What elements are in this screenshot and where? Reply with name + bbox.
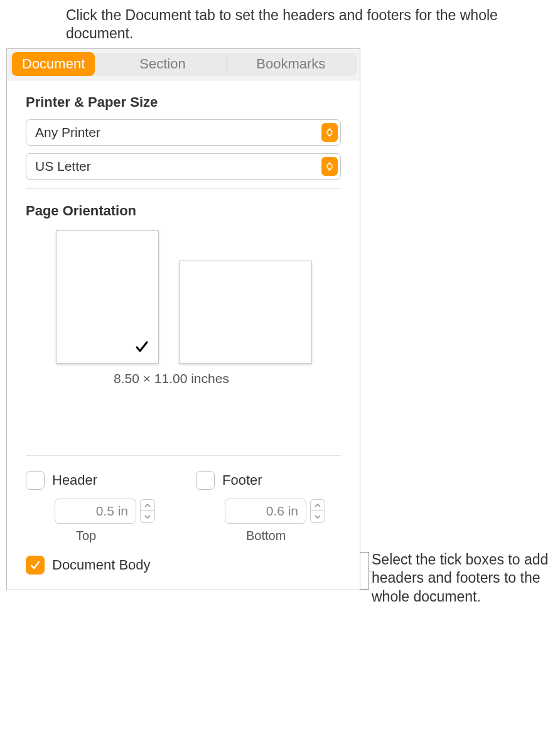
tab-bar: Document Section Bookmarks xyxy=(7,49,360,80)
stepper-down-icon[interactable] xyxy=(140,510,155,523)
updown-arrows-icon xyxy=(321,123,338,142)
header-checkbox[interactable] xyxy=(26,471,45,490)
paper-popup-label: US Letter xyxy=(35,159,91,174)
tab-bookmarks[interactable]: Bookmarks xyxy=(227,52,355,76)
printer-popup-label: Any Printer xyxy=(35,125,100,140)
document-body-checkbox[interactable] xyxy=(26,556,45,575)
stepper-up-icon[interactable] xyxy=(310,499,325,511)
footer-stepper[interactable] xyxy=(310,499,325,523)
footer-checkbox[interactable] xyxy=(196,471,215,490)
checkmark-icon xyxy=(134,339,149,357)
orientation-landscape[interactable] xyxy=(179,261,312,364)
callout-right: Select the tick boxes to add headers and… xyxy=(372,551,554,606)
page-dimensions: 8.50 × 11.00 inches xyxy=(114,371,341,386)
orientation-section: Page Orientation 8.50 × 11.00 inches xyxy=(7,189,360,386)
printer-popup[interactable]: Any Printer xyxy=(26,119,341,146)
footer-margin-input[interactable] xyxy=(225,499,306,524)
bottom-label: Bottom xyxy=(246,529,341,543)
orientation-title: Page Orientation xyxy=(26,203,341,219)
footer-label: Footer xyxy=(222,472,262,488)
stepper-up-icon[interactable] xyxy=(140,499,155,511)
printer-section-title: Printer & Paper Size xyxy=(26,94,341,111)
tab-document[interactable]: Document xyxy=(12,52,95,76)
tab-section[interactable]: Section xyxy=(99,52,226,76)
callout-bracket-icon xyxy=(360,552,369,590)
inspector-panel: Document Section Bookmarks Printer & Pap… xyxy=(6,48,360,590)
header-footer-row: Header Top Footer xyxy=(7,456,360,543)
stepper-down-icon[interactable] xyxy=(310,510,325,523)
orientation-portrait[interactable] xyxy=(56,230,159,364)
top-label: Top xyxy=(76,529,171,543)
updown-arrows-icon xyxy=(321,157,338,176)
printer-paper-section: Printer & Paper Size Any Printer US Lett… xyxy=(7,80,360,189)
callout-right-text: Select the tick boxes to add headers and… xyxy=(372,551,548,605)
header-label: Header xyxy=(52,472,97,488)
document-body-label: Document Body xyxy=(52,557,151,573)
callout-top: Click the Document tab to set the header… xyxy=(66,6,554,43)
header-stepper[interactable] xyxy=(140,499,155,523)
paper-size-popup[interactable]: US Letter xyxy=(26,153,341,180)
header-margin-input[interactable] xyxy=(55,499,136,524)
